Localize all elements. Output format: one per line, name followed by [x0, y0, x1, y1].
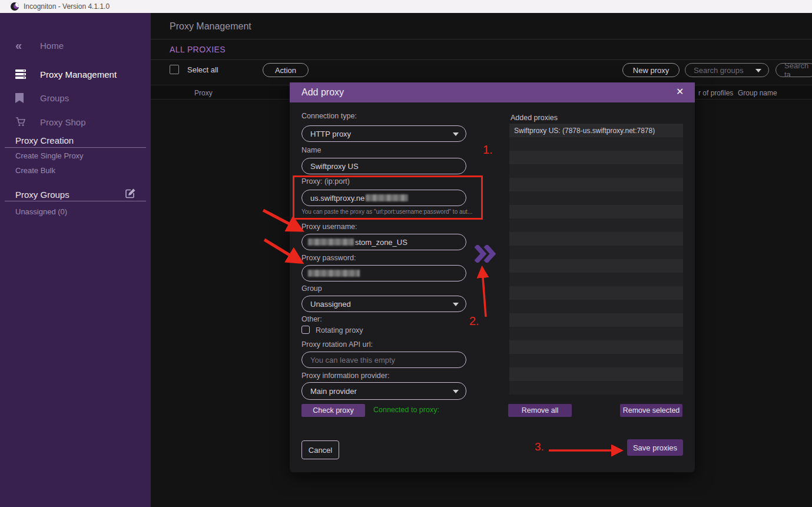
column-header-proxy: Proxy: [194, 89, 213, 97]
sidebar-item-label: Proxy Management: [40, 69, 117, 79]
other-label: Other:: [301, 315, 322, 323]
chevron-down-icon: [453, 390, 459, 393]
redacted-blur: [308, 238, 354, 246]
divider: [5, 147, 146, 148]
added-proxy-row[interactable]: [509, 259, 683, 273]
save-proxies-button[interactable]: Save proxies: [627, 439, 683, 456]
added-proxy-row[interactable]: [509, 246, 683, 259]
proxy-username-label: Proxy username:: [301, 223, 357, 231]
sidebar-link-create-bulk[interactable]: Create Bulk: [15, 166, 55, 175]
redacted-blur: [366, 194, 408, 201]
select-all-label: Select all: [187, 65, 218, 74]
added-proxy-row[interactable]: [509, 232, 683, 246]
proxy-creation-heading: Proxy Creation: [15, 135, 135, 145]
connection-type-value: HTTP proxy: [310, 130, 351, 138]
connection-type-label: Connection type:: [301, 112, 357, 120]
added-proxy-row[interactable]: [509, 178, 683, 191]
cancel-button[interactable]: Cancel: [301, 440, 339, 459]
added-proxy-row[interactable]: [509, 151, 683, 164]
added-proxy-row[interactable]: [509, 327, 683, 340]
proxy-username-input[interactable]: stom_zone_US: [301, 234, 466, 250]
added-proxies-label: Added proxies: [511, 114, 558, 122]
bookmark-icon: [15, 93, 28, 103]
sidebar-link-unassigned-group[interactable]: Unassigned (0): [15, 207, 67, 216]
search-tags-input[interactable]: Search ta: [775, 63, 812, 77]
added-proxy-row[interactable]: [509, 286, 683, 300]
added-proxy-row[interactable]: [509, 381, 683, 395]
chevron-down-icon: [453, 303, 459, 306]
rotation-api-input[interactable]: [301, 352, 466, 368]
incogniton-logo-icon: [11, 2, 19, 11]
select-all-checkbox[interactable]: [170, 65, 179, 74]
group-value: Unassigned: [310, 300, 351, 309]
added-proxy-row[interactable]: [509, 137, 683, 151]
sidebar-item-proxy-management[interactable]: Proxy Management: [0, 67, 151, 82]
all-proxies-heading: ALL PROXIES: [170, 45, 226, 54]
edit-groups-icon[interactable]: [125, 188, 136, 201]
remove-selected-button[interactable]: Remove selected: [620, 404, 682, 417]
page-title: Proxy Management: [170, 21, 251, 32]
name-input[interactable]: Swiftproxy US: [301, 158, 466, 174]
sidebar-link-create-single-proxy[interactable]: Create Single Proxy: [15, 151, 84, 160]
check-proxy-button[interactable]: Check proxy: [301, 404, 365, 417]
proxy-ip-value: us.swiftproxy.ne: [310, 194, 364, 203]
sidebar-collapse-icon[interactable]: «: [15, 40, 28, 51]
provider-select[interactable]: Main provider: [301, 382, 466, 400]
cart-icon: [15, 117, 28, 127]
group-select[interactable]: Unassigned: [301, 296, 466, 312]
page-title-bar: Proxy Management: [151, 13, 812, 39]
proxy-password-label: Proxy password:: [301, 254, 356, 262]
column-header-group: Group name: [738, 89, 777, 97]
added-proxies-list: Swiftproxy US: (7878-us.swiftproxy.net:7…: [509, 124, 683, 395]
section-bar: ALL PROXIES: [151, 39, 812, 60]
window-title: Incogniton - Version 4.1.1.0: [24, 2, 110, 11]
added-proxy-row[interactable]: [509, 300, 683, 313]
modal-title: Add proxy: [301, 87, 344, 98]
proxy-groups-heading: Proxy Groups: [15, 190, 135, 200]
sidebar-item-label: Proxy Shop: [40, 117, 86, 127]
action-button[interactable]: Action: [263, 63, 309, 77]
added-proxy-row[interactable]: [509, 340, 683, 354]
close-icon[interactable]: ✕: [676, 86, 684, 97]
name-value: Swiftproxy US: [310, 162, 359, 171]
divider: [5, 201, 146, 201]
rotating-proxy-label: Rotating proxy: [316, 326, 363, 334]
added-proxy-row[interactable]: [509, 354, 683, 367]
search-groups-placeholder: Search groups: [694, 66, 744, 75]
connection-type-select[interactable]: HTTP proxy: [301, 125, 466, 142]
os-title-bar: Incogniton - Version 4.1.1.0: [0, 0, 812, 13]
sidebar: « Home Proxy Management Groups Proxy Sho…: [0, 13, 151, 507]
proxy-toolbar: Select all Action New proxy Search group…: [151, 60, 812, 85]
sidebar-item-label: Groups: [40, 93, 69, 103]
added-proxy-row[interactable]: [509, 367, 683, 381]
app-window: Incogniton - Version 4.1.1.0 « Home Prox…: [0, 0, 812, 507]
proxy-paste-helper: You can paste the proxy as "url:port:use…: [301, 208, 472, 215]
added-proxy-row[interactable]: [509, 191, 683, 205]
added-proxy-row[interactable]: Swiftproxy US: (7878-us.swiftproxy.net:7…: [509, 124, 683, 137]
new-proxy-button[interactable]: New proxy: [622, 63, 680, 77]
group-label: Group: [301, 284, 322, 293]
sidebar-item-home[interactable]: « Home: [0, 38, 151, 53]
sidebar-item-proxy-shop[interactable]: Proxy Shop: [0, 114, 151, 130]
added-proxy-row[interactable]: [509, 273, 683, 286]
added-proxy-row[interactable]: [509, 164, 683, 178]
provider-label: Proxy information provider:: [301, 372, 389, 380]
proxy-ip-input[interactable]: us.swiftproxy.ne: [301, 190, 466, 206]
proxy-username-value: stom_zone_US: [355, 238, 407, 247]
added-proxy-row[interactable]: [509, 205, 683, 218]
proxy-status-text: Connected to proxy:: [373, 406, 439, 414]
provider-value: Main provider: [310, 387, 357, 396]
rotating-proxy-checkbox[interactable]: [301, 326, 310, 334]
added-proxy-row[interactable]: [509, 313, 683, 327]
proxy-password-input[interactable]: [301, 265, 466, 281]
modal-header: Add proxy ✕: [290, 82, 695, 102]
search-groups-dropdown[interactable]: Search groups: [685, 63, 769, 77]
redacted-blur: [308, 270, 360, 277]
remove-all-button[interactable]: Remove all: [508, 404, 572, 417]
sidebar-item-groups[interactable]: Groups: [0, 90, 151, 105]
server-icon: [15, 69, 28, 79]
rotation-api-label: Proxy rotation API url:: [301, 340, 373, 349]
add-proxy-modal: Add proxy ✕ Connection type: HTTP proxy …: [290, 82, 695, 472]
added-proxy-row[interactable]: [509, 218, 683, 232]
chevron-down-icon: [755, 69, 761, 72]
